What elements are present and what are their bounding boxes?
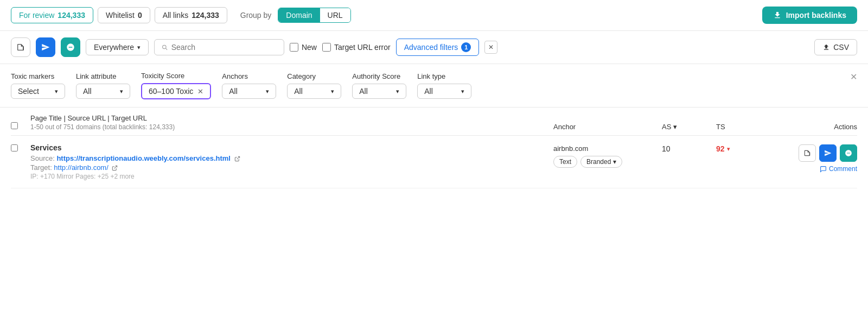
anchor-tags: Text Branded ▾ [553,156,662,168]
search-wrap [154,39,284,55]
row-anchor-cell: airbnb.com Text Branded ▾ [553,143,662,168]
action-export-btn[interactable] [799,144,816,162]
source-url-suffix: /services.html [183,154,231,162]
svg-line-0 [237,156,239,159]
source-url-link[interactable]: https://transcriptionaudio.weebly.com/se… [56,154,231,162]
row-checkbox-cell [11,143,30,153]
row-title: Services [30,143,553,152]
action-disavow-btn[interactable] [840,144,857,162]
group-by-label: Group by [240,11,272,20]
for-review-tab[interactable]: For review 124,333 [11,7,93,23]
group-by-buttons: Domain URL [278,8,350,23]
toxic-markers-chevron: ▾ [55,88,58,95]
new-checkbox[interactable] [290,43,298,52]
clear-advanced-filters-button[interactable]: ✕ [484,41,497,54]
group-by-domain-btn[interactable]: Domain [278,8,320,22]
branded-chevron: ▾ [613,158,616,166]
toxicity-score-group: Toxicity Score 60–100 Toxic ✕ [141,72,211,99]
anchors-chevron: ▾ [266,88,269,95]
link-type-label: Link type [417,72,471,80]
link-type-select[interactable]: All ▾ [417,84,471,99]
everywhere-dropdown[interactable]: Everywhere ▾ [86,39,149,55]
category-label: Category [287,72,341,80]
close-advanced-filters-btn[interactable]: ✕ [850,72,857,82]
toxic-markers-value: Select [18,87,52,96]
csv-export-button[interactable]: CSV [814,39,857,55]
csv-label: CSV [833,43,849,52]
toxicity-score-select[interactable]: 60–100 Toxic ✕ [141,83,211,99]
filter-bar: Everywhere ▾ New Target URL error Advanc… [0,31,868,64]
advanced-filters-button[interactable]: Advanced filters 1 [396,39,480,56]
anchors-label: Anchors [222,72,276,80]
col-title-label: Page Title | Source URL | Target URL [30,114,553,122]
all-links-label: All links [163,11,188,20]
header-checkbox-cell [11,122,30,131]
link-type-value: All [424,87,458,96]
export-icon-btn[interactable] [11,37,30,57]
table-header: Page Title | Source URL | Target URL 1-5… [11,108,857,136]
category-chevron: ▾ [331,88,334,95]
adv-filters-label: Advanced filters [404,43,458,52]
target-url-error-checkbox[interactable] [322,43,331,52]
link-attribute-label: Link attribute [76,72,130,80]
link-attribute-value: All [83,87,117,96]
row-main-cell: Services Source: https://transcriptionau… [30,143,553,180]
table-row: Services Source: https://transcriptionau… [11,136,857,188]
anchors-select[interactable]: All ▾ [222,84,276,99]
select-all-checkbox[interactable] [11,122,18,129]
row-meta: IP: +170 Mirror Pages: +25 +2 more [30,173,553,180]
link-attribute-select[interactable]: All ▾ [76,84,130,99]
for-review-count: 124,333 [58,11,85,20]
whitelist-label: Whitelist [106,11,135,20]
target-external-link-icon[interactable] [112,165,118,171]
source-external-link-icon[interactable] [234,156,240,162]
header-anchor-cell: Anchor [553,123,662,131]
top-bar: For review 124,333 Whitelist 0 All links… [0,0,868,31]
for-review-label: For review [19,11,54,20]
comment-icon [820,166,827,173]
whitelist-tab[interactable]: Whitelist 0 [98,7,150,23]
import-backlinks-button[interactable]: Import backlinks [762,7,857,24]
export-icon [16,43,25,52]
toxicity-score-clear[interactable]: ✕ [197,87,203,96]
send-icon-btn[interactable] [36,37,55,57]
all-links-tab[interactable]: All links 124,333 [155,7,227,23]
header-as-cell: AS ▾ [662,123,716,131]
row-actions-cell: Comment [760,143,857,173]
csv-upload-icon [822,43,830,51]
toxic-markers-label: Toxic markers [11,72,65,80]
anchor-text: airbnb.com [553,144,662,153]
import-btn-label: Import backlinks [786,11,846,20]
toxic-markers-select[interactable]: Select ▾ [11,84,65,99]
ts-chevron-icon[interactable]: ▾ [727,146,730,153]
anchors-value: All [229,87,263,96]
anchor-tag-branded[interactable]: Branded ▾ [580,156,622,168]
action-send-btn[interactable] [819,144,837,162]
header-title-cell: Page Title | Source URL | Target URL 1-5… [30,114,553,131]
header-actions-cell: Actions [760,123,857,131]
adv-filters-badge: 1 [461,42,471,52]
search-input[interactable] [171,43,277,52]
toxic-markers-group: Toxic markers Select ▾ [11,72,65,99]
import-icon [773,11,782,20]
svg-line-1 [114,166,117,168]
new-checkbox-group: New [290,43,317,52]
anchor-tag-text: Text [553,156,577,168]
branded-label: Branded [586,158,611,166]
source-url-bold: https://transcriptionaudio.weebly.com [56,154,183,162]
category-select[interactable]: All ▾ [287,84,341,99]
comment-link[interactable]: Comment [820,165,857,173]
target-url-error-label: Target URL error [334,43,391,52]
authority-score-select[interactable]: All ▾ [352,84,406,99]
everywhere-chevron: ▾ [137,44,141,51]
target-url-error-checkbox-group: Target URL error [322,43,391,52]
target-url-link[interactable]: http://airbnb.com/ [54,163,108,172]
everywhere-label: Everywhere [94,43,134,52]
as-sort-icon[interactable]: ▾ [673,123,677,131]
target-url-text: http://airbnb.com/ [54,163,108,172]
disavow-icon-btn[interactable] [61,37,80,57]
group-by-url-btn[interactable]: URL [320,8,350,22]
row-checkbox[interactable] [11,144,18,151]
whitelist-count: 0 [138,11,142,20]
authority-score-label: Authority Score [352,72,406,80]
